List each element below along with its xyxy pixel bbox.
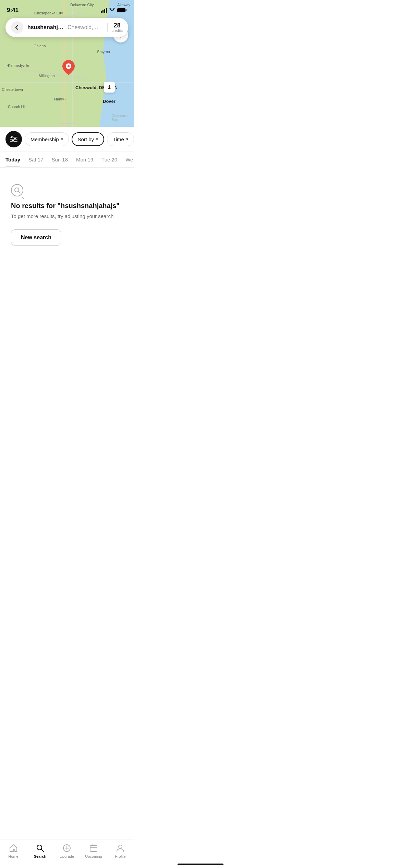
map-label-chestertown: Chestertown (2, 87, 23, 92)
svg-point-11 (12, 136, 13, 138)
map-label-church-hill: ·Church Hill (7, 105, 26, 109)
search-no-results-icon (11, 184, 23, 196)
svg-line-15 (19, 192, 20, 193)
time-chip-label: Time (113, 136, 124, 142)
sortby-chip-label: Sort by (78, 136, 94, 142)
search-bar[interactable]: hsushsnahjahajs Cheswold, DE,... 28 cred… (5, 18, 128, 37)
map-label-galena: ·Galena (33, 44, 46, 48)
filter-icon-button[interactable] (5, 131, 22, 147)
map-label-hartly: Hartly · (54, 97, 66, 101)
status-icons (101, 8, 127, 13)
no-results-title: No results for "hsushsnahjahajs" (11, 202, 120, 210)
credits-label: credits (112, 28, 123, 33)
svg-rect-0 (117, 8, 125, 12)
filter-bar: Membership ▾ Sort by ▾ Time ▾ (0, 127, 134, 152)
map-label-dover: Dover (103, 99, 116, 104)
map-label-kennedyville: ·Kennedyville (7, 63, 29, 68)
drag-handle (60, 123, 74, 124)
date-tab-tue20[interactable]: Tue 20 (101, 152, 117, 167)
credits-number: 28 (114, 22, 121, 28)
map-label-millington: ·Millington (38, 74, 55, 78)
map-label-delaware-bay: DelawareBay (112, 113, 127, 122)
new-search-button[interactable]: New search (11, 229, 61, 246)
time-chevron-icon: ▾ (126, 137, 128, 142)
date-tab-today[interactable]: Today (5, 152, 20, 167)
membership-chip-label: Membership (31, 136, 59, 142)
battery-icon (117, 8, 127, 13)
search-text-container: hsushsnahjahajs Cheswold, DE,... (27, 24, 103, 31)
map-area[interactable]: Delaware City Alloway Chesapeake City Mi… (0, 0, 134, 127)
date-tab-wed[interactable]: We... (125, 152, 134, 167)
svg-rect-1 (126, 9, 127, 11)
signal-bars-icon (101, 8, 107, 13)
sortby-filter-chip[interactable]: Sort by ▾ (72, 132, 105, 146)
sortby-chevron-icon: ▾ (96, 137, 98, 142)
date-tabs: Today Sat 17 Sun 18 Mon 19 Tue 20 We... (0, 152, 134, 168)
svg-point-12 (14, 138, 16, 140)
svg-point-14 (15, 188, 19, 192)
no-results-area: No results for "hsushsnahjahajs" To get … (0, 168, 134, 305)
back-button[interactable] (11, 21, 23, 34)
search-divider (107, 23, 108, 32)
map-result-badge[interactable]: 1 (104, 82, 115, 93)
svg-point-13 (12, 141, 14, 142)
map-label-smyrna: ·Smyrna (96, 50, 110, 54)
map-pin[interactable] (62, 60, 75, 75)
date-tab-sat17[interactable]: Sat 17 (28, 152, 43, 167)
time-filter-chip[interactable]: Time ▾ (107, 132, 134, 146)
search-location: Cheswold, DE,... (68, 24, 103, 31)
status-time: 9:41 (7, 7, 19, 14)
svg-point-3 (68, 65, 70, 67)
no-results-subtitle: To get more results, try adjusting your … (11, 213, 113, 220)
search-query: hsushsnahjahajs (27, 24, 66, 31)
credits-display: 28 credits (112, 22, 123, 33)
date-tab-mon19[interactable]: Mon 19 (76, 152, 93, 167)
membership-chevron-icon: ▾ (61, 137, 63, 142)
membership-filter-chip[interactable]: Membership ▾ (25, 132, 69, 146)
wifi-icon (109, 8, 115, 13)
status-bar: 9:41 (0, 0, 134, 16)
date-tab-sun18[interactable]: Sun 18 (51, 152, 68, 167)
